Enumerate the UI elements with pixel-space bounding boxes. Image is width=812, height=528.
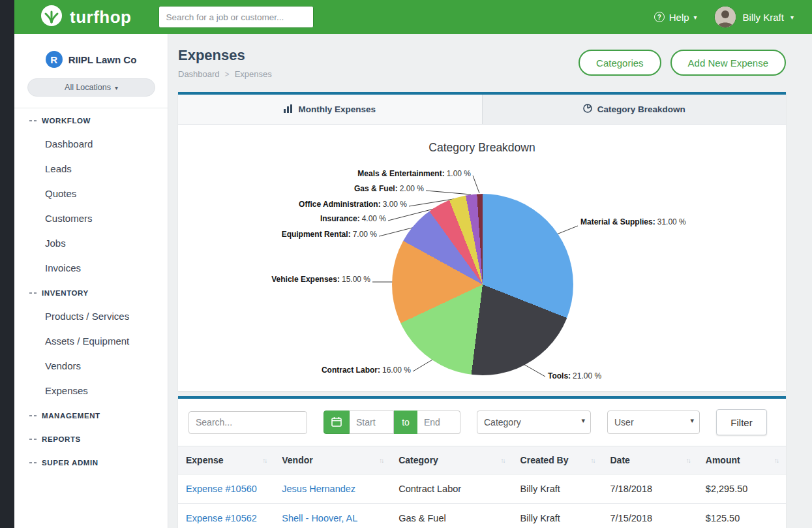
riipl-badge-icon: R xyxy=(46,51,63,68)
tab-monthly-expenses[interactable]: Monthly Expenses xyxy=(178,95,482,124)
sort-arrows-icon[interactable]: ↑↓ xyxy=(501,457,505,464)
vendor-link[interactable]: Jesus Hernandez xyxy=(282,484,355,494)
expense-link[interactable]: Expense #10560 xyxy=(186,484,257,494)
pie-slice-label: Office Administration:3.00 % xyxy=(178,200,407,209)
category-select[interactable]: Category xyxy=(477,411,591,434)
user-name: Billy Kraft xyxy=(743,12,784,23)
help-menu[interactable]: ? Help ▾ xyxy=(654,12,697,23)
date-end-input[interactable] xyxy=(417,411,460,434)
pie-chart-area: Category Breakdown Meal xyxy=(178,125,786,391)
sidebar-item-customers[interactable]: Customers xyxy=(14,206,168,231)
table-search-input[interactable] xyxy=(188,411,307,434)
expense-link[interactable]: Expense #10562 xyxy=(186,513,257,523)
breadcrumb-separator-icon: > xyxy=(225,70,230,79)
expenses-table: Expense↑↓ Vendor↑↓ Category↑↓ Created By… xyxy=(178,446,786,528)
date-start-input[interactable] xyxy=(350,411,394,434)
tab-category-breakdown[interactable]: Category Breakdown xyxy=(482,95,787,124)
sidebar-section-management[interactable]: MANAGEMENT xyxy=(14,403,168,427)
sidebar-section-workflow[interactable]: WORKFLOW xyxy=(14,108,168,132)
column-label: Expense xyxy=(186,455,224,465)
sidebar-item-expenses[interactable]: Expenses xyxy=(14,379,168,403)
sidebar-nav: WORKFLOW Dashboard Leads Quotes Customer… xyxy=(14,108,168,474)
created-by-cell: Billy Kraft xyxy=(513,474,603,504)
sort-arrows-icon[interactable]: ↑↓ xyxy=(686,457,690,464)
breadcrumb-dashboard[interactable]: Dashboard xyxy=(178,69,220,79)
sort-arrows-icon[interactable]: ↑↓ xyxy=(591,457,595,464)
section-label: WORKFLOW xyxy=(42,117,91,125)
sidebar-item-dashboard[interactable]: Dashboard xyxy=(14,132,168,157)
sidebar-item-leads[interactable]: Leads xyxy=(14,157,168,181)
column-header-created-by[interactable]: Created By↑↓ xyxy=(520,455,595,465)
user-avatar xyxy=(714,6,736,28)
location-selector-label: All Locations xyxy=(65,83,111,92)
global-search-input[interactable] xyxy=(158,6,314,28)
breadcrumb-expenses: Expenses xyxy=(235,69,272,79)
dashes-icon xyxy=(29,120,37,121)
chevron-down-icon: ▾ xyxy=(790,14,794,21)
chart-tabs: Monthly Expenses Category Breakdown xyxy=(178,95,786,125)
user-select[interactable]: User xyxy=(607,411,700,434)
breadcrumb: Dashboard > Expenses xyxy=(178,69,272,79)
pie-slice-label: Meals & Entertainment:1.00 % xyxy=(178,169,471,178)
sidebar-section-super-admin[interactable]: SUPER ADMIN xyxy=(14,450,168,474)
sort-arrows-icon[interactable]: ↑↓ xyxy=(262,457,266,464)
table-row: Expense #10560 Jesus Hernandez Contract … xyxy=(178,474,786,504)
column-label: Vendor xyxy=(282,455,312,465)
top-nav: turfhop ? Help ▾ Billy Kraft ▾ xyxy=(14,0,812,34)
main-content: Expenses Dashboard > Expenses Categories… xyxy=(168,34,812,528)
pie-slice-label: Insurance:4.00 % xyxy=(178,214,386,223)
section-label: MANAGEMENT xyxy=(42,412,100,420)
chart-title: Category Breakdown xyxy=(178,141,786,155)
help-label: Help xyxy=(669,12,689,23)
categories-button[interactable]: Categories xyxy=(579,50,661,76)
vendor-link[interactable]: Shell - Hoover, AL xyxy=(282,513,357,523)
section-label: INVENTORY xyxy=(42,289,89,297)
sidebar-item-products-services[interactable]: Products / Services xyxy=(14,304,168,329)
date-range-group: to xyxy=(323,411,460,434)
tab-label: Monthly Expenses xyxy=(298,104,376,114)
column-header-date[interactable]: Date↑↓ xyxy=(610,455,690,465)
date-cell: 7/18/2018 xyxy=(603,474,698,504)
column-label: Category xyxy=(398,455,438,465)
page-title: Expenses xyxy=(178,47,272,64)
sort-arrows-icon[interactable]: ↑↓ xyxy=(379,457,383,464)
sidebar-item-vendors[interactable]: Vendors xyxy=(14,354,168,379)
sidebar-section-inventory[interactable]: INVENTORY xyxy=(14,281,168,304)
location-selector[interactable]: All Locations ▾ xyxy=(27,78,155,97)
category-cell: Gas & Fuel xyxy=(391,504,512,528)
section-label: SUPER ADMIN xyxy=(42,459,98,467)
pie-chart[interactable] xyxy=(392,194,573,375)
sidebar-item-invoices[interactable]: Invoices xyxy=(14,256,168,281)
add-new-expense-button[interactable]: Add New Expense xyxy=(670,50,786,76)
column-header-category[interactable]: Category↑↓ xyxy=(398,455,504,465)
sidebar-section-reports[interactable]: REPORTS xyxy=(14,427,168,450)
date-to-label: to xyxy=(394,411,417,434)
sort-arrows-icon[interactable]: ↑↓ xyxy=(774,457,778,464)
column-header-expense[interactable]: Expense↑↓ xyxy=(186,455,266,465)
column-label: Amount xyxy=(706,455,740,465)
sidebar-item-jobs[interactable]: Jobs xyxy=(14,231,168,256)
dashes-icon xyxy=(29,292,37,294)
sidebar-item-assets-equipment[interactable]: Assets / Equipment xyxy=(14,329,168,354)
expenses-chart-card: Monthly Expenses Category Breakdown Cate… xyxy=(178,92,786,391)
section-label: REPORTS xyxy=(42,435,81,443)
pie-slice-label: Gas & Fuel:2.00 % xyxy=(178,184,424,193)
sidebar-item-quotes[interactable]: Quotes xyxy=(14,181,168,206)
table-row: Expense #10562 Shell - Hoover, AL Gas & … xyxy=(178,504,786,528)
sidebar: R RIIPL Lawn Co All Locations ▾ WORKFLOW… xyxy=(14,34,168,528)
pie-slice-label: Vehicle Expenses:15.00 % xyxy=(178,275,370,284)
pie-slice-label: Tools:21.00 % xyxy=(548,371,601,380)
company-header: R RIIPL Lawn Co xyxy=(14,34,168,78)
pie-chart-icon xyxy=(583,104,592,115)
dashes-icon xyxy=(29,415,37,416)
filter-button[interactable]: Filter xyxy=(716,409,767,435)
dashes-icon xyxy=(29,439,37,440)
turfhop-logo[interactable]: turfhop xyxy=(39,3,131,31)
user-select-wrap: User xyxy=(607,411,700,434)
user-menu[interactable]: Billy Kraft ▾ xyxy=(714,6,794,28)
bar-chart-icon xyxy=(284,104,293,115)
column-header-vendor[interactable]: Vendor↑↓ xyxy=(282,455,383,465)
column-header-amount[interactable]: Amount↑↓ xyxy=(706,455,778,465)
calendar-button[interactable] xyxy=(323,411,350,434)
help-circle-icon: ? xyxy=(654,12,665,22)
